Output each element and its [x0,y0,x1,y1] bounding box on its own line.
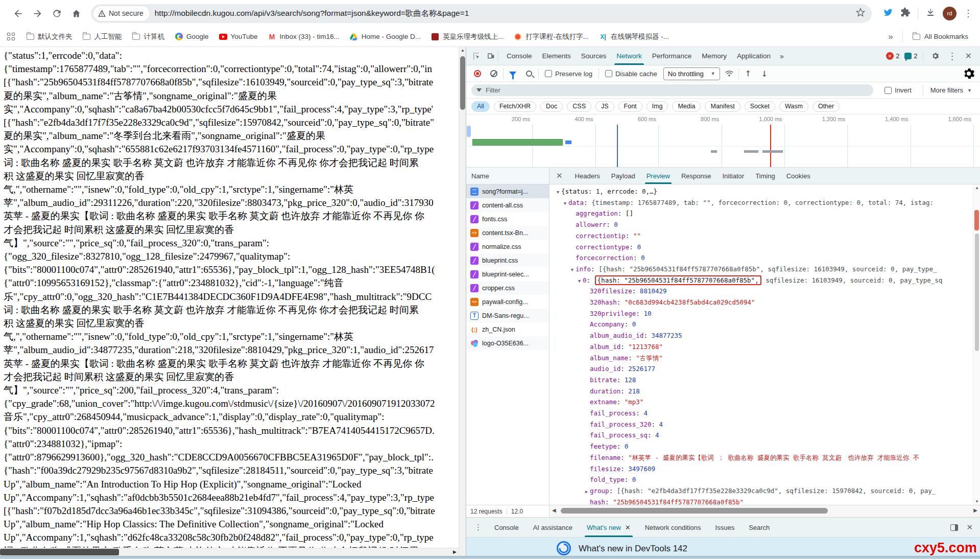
filter-icon[interactable] [506,66,520,81]
devtools-tab-memory[interactable]: Memory [697,47,732,65]
scrollbar-thumb[interactable] [0,549,119,555]
dock-side-icon[interactable] [950,524,958,531]
filter-chip-all[interactable]: All [471,101,490,112]
request-row[interactable]: zh_CN.json [466,322,549,336]
address-bar[interactable]: Not secure http://mobilecdn.kugou.com/ap… [91,4,872,23]
json-tree-row[interactable]: 320hash: "0c683d994cb4238f5abd4ca029cd50… [553,297,973,309]
extensions-icon[interactable] [900,7,911,19]
settings-gear-icon[interactable] [928,49,943,63]
json-tree-row[interactable]: ▼0: {hash: "25b96504531f84ff5787707668a0… [553,275,973,287]
search-icon[interactable] [522,66,536,81]
bookmark-item[interactable]: X|在线钢琴模拟器 -... [594,30,674,44]
bookmark-item[interactable]: 默认文件夹 [21,30,77,44]
tree-expanded-icon[interactable]: ▼ [569,265,576,275]
back-icon[interactable] [8,4,28,23]
json-tree-row[interactable]: ▼info: [{hash: "25b96504531f84ff57877076… [553,264,973,275]
scrollbar-thumb[interactable] [460,56,465,110]
request-row[interactable]: fonts.css [466,212,549,226]
tree-expanded-icon[interactable]: ▼ [555,188,561,198]
record-icon[interactable] [470,66,485,81]
devtools-close-icon[interactable]: ✕ [962,51,975,61]
issues-badge[interactable]: 2 [904,52,917,60]
clear-icon[interactable] [487,66,501,81]
json-tree-row[interactable]: correctiontip: "" [553,231,973,242]
reload-icon[interactable] [47,4,66,23]
request-row[interactable]: content-all.css [466,198,549,212]
detail-tab-payload[interactable]: Payload [606,168,641,184]
export-har-icon[interactable]: ⭣ [757,66,772,81]
filter-chip-socket[interactable]: Socket [745,101,775,112]
request-row[interactable]: blueprint-selec... [466,267,549,281]
filter-chip-font[interactable]: Font [618,101,642,112]
security-chip[interactable]: Not secure [93,6,150,21]
filter-chip-doc[interactable]: Doc [540,101,563,112]
url-text[interactable]: http://mobilecdn.kugou.com/api/v3/search… [155,8,855,19]
error-badge[interactable]: ✕2 [886,52,899,60]
devtools-tab-application[interactable]: Application [732,47,776,65]
request-row[interactable]: content.tsx-Bn... [466,226,549,240]
bookmark-item[interactable]: MInbox (33) - tim16... [264,30,344,43]
json-tree-row[interactable]: fail_process_sq: 4 [553,430,973,441]
bird-extension-icon[interactable] [883,7,893,19]
bookmark-item[interactable]: 英皇乐理考级线上... [426,30,508,44]
request-row[interactable]: logo-O35E636... [466,336,549,350]
detail-tab-response[interactable]: Response [676,168,717,184]
network-overview-timeline[interactable]: 200 ms400 ms600 ms800 ms1,000 ms1,200 ms… [466,114,980,168]
import-har-icon[interactable]: ⭡ [741,66,755,81]
name-column-header[interactable]: Name [466,168,549,184]
devtools-menu-icon[interactable]: ⋮ [948,54,957,59]
json-tree-row[interactable]: feetype: 0 [553,441,973,453]
detail-tab-cookies[interactable]: Cookies [781,168,816,184]
json-tree-row[interactable]: allowerr: 0 [553,220,973,231]
tree-expanded-icon[interactable]: ▼ [576,276,583,287]
scroll-right-icon[interactable]: ▶ [453,549,457,554]
profile-avatar[interactable]: rd [943,7,957,20]
drawer-tab-search[interactable]: Search [742,518,777,537]
filter-chip-css[interactable]: CSS [567,101,591,112]
json-tree-row[interactable]: audio_id: 2526177 [553,364,973,375]
page-horizontal-scrollbar[interactable]: ▶ [0,548,459,556]
bookmark-item[interactable]: 计算机 [128,30,170,44]
close-request-icon[interactable]: ✕ [549,168,569,184]
drawer-close-icon[interactable]: ✕ [966,523,973,532]
scroll-left-icon[interactable]: ◀ [552,507,556,513]
request-row[interactable]: song?format=j... [466,184,549,198]
request-row[interactable]: normalize.css [466,240,549,253]
scrollbar-marker[interactable] [974,210,979,230]
devtools-tab-network[interactable]: Network [611,47,647,65]
page-vertical-scrollbar[interactable]: ▲ [459,47,466,556]
more-filters-button[interactable]: More filters▼ [930,86,975,94]
devtools-tab-sources[interactable]: Sources [576,47,612,65]
inspect-element-icon[interactable] [469,49,484,63]
json-tree-row[interactable]: fail_process_320: 4 [553,420,973,431]
drawer-tab-what-s-new[interactable]: What's new✕ [580,518,638,537]
json-tree-row[interactable]: album_id: "1213768" [553,342,973,353]
json-tree-row[interactable]: album_audio_id: 34877235 [553,331,973,342]
detail-tab-preview[interactable]: Preview [641,168,676,184]
browser-menu-icon[interactable]: ⋮ [964,11,973,16]
scroll-down-icon[interactable]: ▼ [975,499,979,504]
drawer-tab-network-conditions[interactable]: Network conditions [638,518,708,537]
timeline-selection-handle[interactable] [467,126,471,137]
json-tree-row[interactable]: 320privilege: 10 [553,309,973,320]
tree-expanded-icon[interactable]: ▼ [562,199,568,209]
filter-input[interactable]: Filter [471,84,873,96]
preserve-log-checkbox[interactable]: Preserve log [541,70,596,78]
preview-horizontal-scrollbar[interactable]: ◀ ▶ [549,505,980,517]
preview-vertical-scrollbar[interactable]: ▲ ▼ [973,184,980,505]
all-bookmarks-button[interactable]: All Bookmarks [908,30,973,43]
invert-checkbox[interactable]: Invert [880,86,916,94]
bookmark-item[interactable]: 打字课程-在线打字... [509,30,593,44]
json-tree-row[interactable]: extname: "mp3" [553,397,973,408]
filter-chip-media[interactable]: Media [672,101,701,112]
json-tree-row[interactable]: 320filesize: 8810429 [553,286,973,297]
drawer-menu-icon[interactable]: ⋮ [469,518,487,537]
scroll-up-icon[interactable]: ▲ [975,185,979,190]
request-row[interactable]: cropper.css [466,281,549,295]
apps-grid-icon[interactable] [7,33,15,41]
detail-tab-timing[interactable]: Timing [750,168,781,184]
filter-chip-wasm[interactable]: Wasm [779,101,808,112]
home-icon[interactable] [66,4,86,23]
devtools-tab-performance[interactable]: Performance [647,47,697,65]
devtools-tab-console[interactable]: Console [501,47,537,65]
